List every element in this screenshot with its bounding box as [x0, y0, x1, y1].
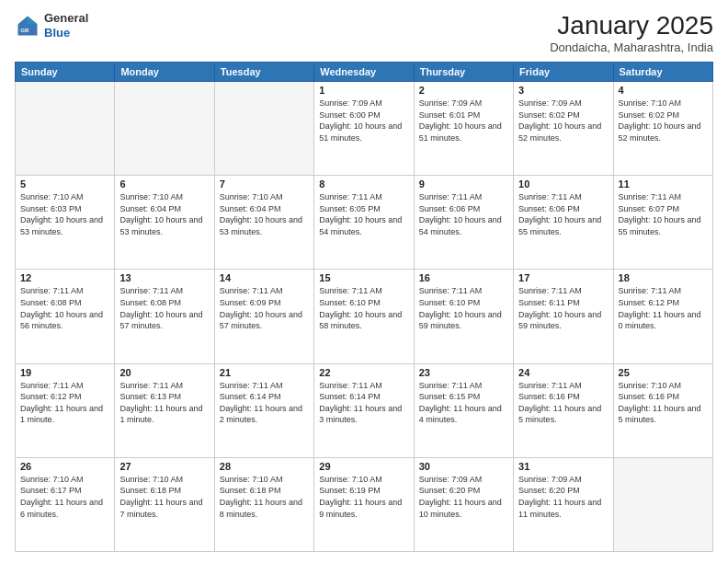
- calendar-day-cell: [16, 82, 115, 176]
- calendar-day-cell: 26Sunrise: 7:10 AMSunset: 6:17 PMDayligh…: [16, 457, 115, 551]
- calendar-day-cell: 20Sunrise: 7:11 AMSunset: 6:13 PMDayligh…: [115, 363, 214, 457]
- calendar-day-cell: 5Sunrise: 7:10 AMSunset: 6:03 PMDaylight…: [16, 176, 115, 270]
- calendar-day-cell: 23Sunrise: 7:11 AMSunset: 6:15 PMDayligh…: [414, 363, 513, 457]
- calendar-day-cell: 16Sunrise: 7:11 AMSunset: 6:10 PMDayligh…: [414, 270, 513, 363]
- weekday-header-row: SundayMondayTuesdayWednesdayThursdayFrid…: [16, 63, 713, 82]
- logo-text: General Blue: [44, 11, 88, 40]
- day-info: Sunrise: 7:11 AMSunset: 6:05 PMDaylight:…: [319, 191, 408, 237]
- logo-icon: GB: [15, 13, 40, 39]
- calendar-day-cell: [613, 457, 712, 551]
- day-number: 5: [20, 178, 109, 190]
- calendar-day-cell: 31Sunrise: 7:09 AMSunset: 6:20 PMDayligh…: [514, 457, 613, 551]
- calendar-day-cell: 1Sunrise: 7:09 AMSunset: 6:00 PMDaylight…: [314, 82, 414, 176]
- day-info: Sunrise: 7:11 AMSunset: 6:06 PMDaylight:…: [518, 191, 608, 237]
- svg-text:GB: GB: [20, 27, 29, 33]
- day-info: Sunrise: 7:09 AMSunset: 6:02 PMDaylight:…: [518, 98, 608, 144]
- day-number: 28: [220, 461, 309, 472]
- day-number: 26: [20, 461, 109, 472]
- day-info: Sunrise: 7:09 AMSunset: 6:20 PMDaylight:…: [518, 474, 608, 520]
- calendar-day-cell: 30Sunrise: 7:09 AMSunset: 6:20 PMDayligh…: [414, 457, 513, 551]
- calendar-week-row: 19Sunrise: 7:11 AMSunset: 6:12 PMDayligh…: [16, 363, 713, 457]
- day-number: 24: [518, 367, 608, 378]
- day-info: Sunrise: 7:11 AMSunset: 6:14 PMDaylight:…: [220, 380, 309, 426]
- calendar-week-row: 26Sunrise: 7:10 AMSunset: 6:17 PMDayligh…: [16, 457, 713, 551]
- calendar-day-cell: 17Sunrise: 7:11 AMSunset: 6:11 PMDayligh…: [514, 270, 613, 363]
- calendar-day-cell: 9Sunrise: 7:11 AMSunset: 6:06 PMDaylight…: [414, 176, 513, 270]
- calendar-week-row: 5Sunrise: 7:10 AMSunset: 6:03 PMDaylight…: [16, 176, 713, 270]
- day-info: Sunrise: 7:11 AMSunset: 6:10 PMDaylight:…: [319, 285, 408, 331]
- day-info: Sunrise: 7:11 AMSunset: 6:08 PMDaylight:…: [119, 285, 209, 331]
- day-info: Sunrise: 7:09 AMSunset: 6:20 PMDaylight:…: [419, 474, 508, 520]
- day-number: 3: [518, 85, 608, 96]
- calendar-day-cell: 13Sunrise: 7:11 AMSunset: 6:08 PMDayligh…: [115, 270, 214, 363]
- day-number: 23: [419, 367, 508, 378]
- header: GB General Blue January 2025 Dondaicha, …: [15, 11, 713, 54]
- day-number: 2: [419, 85, 508, 96]
- day-info: Sunrise: 7:10 AMSunset: 6:19 PMDaylight:…: [319, 474, 408, 520]
- weekday-header-cell: Tuesday: [214, 63, 313, 82]
- calendar-day-cell: [214, 82, 313, 176]
- month-title: January 2025: [550, 11, 713, 40]
- calendar-day-cell: 18Sunrise: 7:11 AMSunset: 6:12 PMDayligh…: [613, 270, 712, 363]
- day-info: Sunrise: 7:11 AMSunset: 6:16 PMDaylight:…: [518, 380, 608, 426]
- day-number: 20: [119, 367, 209, 378]
- calendar-day-cell: 21Sunrise: 7:11 AMSunset: 6:14 PMDayligh…: [214, 363, 313, 457]
- day-info: Sunrise: 7:11 AMSunset: 6:06 PMDaylight:…: [419, 191, 508, 237]
- calendar-day-cell: 4Sunrise: 7:10 AMSunset: 6:02 PMDaylight…: [613, 82, 712, 176]
- day-number: 6: [119, 178, 209, 190]
- calendar-day-cell: [115, 82, 214, 176]
- calendar-day-cell: 8Sunrise: 7:11 AMSunset: 6:05 PMDaylight…: [314, 176, 414, 270]
- day-info: Sunrise: 7:11 AMSunset: 6:07 PMDaylight:…: [619, 191, 708, 237]
- day-info: Sunrise: 7:11 AMSunset: 6:10 PMDaylight:…: [419, 285, 508, 331]
- calendar-day-cell: 2Sunrise: 7:09 AMSunset: 6:01 PMDaylight…: [414, 82, 513, 176]
- logo-general: General: [44, 11, 88, 26]
- calendar-body: 1Sunrise: 7:09 AMSunset: 6:00 PMDaylight…: [16, 82, 713, 552]
- weekday-header-cell: Saturday: [613, 63, 712, 82]
- day-number: 30: [419, 461, 508, 472]
- day-number: 16: [419, 272, 508, 283]
- weekday-header-cell: Monday: [115, 63, 214, 82]
- calendar-day-cell: 24Sunrise: 7:11 AMSunset: 6:16 PMDayligh…: [514, 363, 613, 457]
- day-number: 22: [319, 367, 408, 378]
- calendar-day-cell: 29Sunrise: 7:10 AMSunset: 6:19 PMDayligh…: [314, 457, 414, 551]
- logo-blue: Blue: [44, 26, 88, 40]
- day-info: Sunrise: 7:11 AMSunset: 6:12 PMDaylight:…: [20, 380, 109, 426]
- calendar-table: SundayMondayTuesdayWednesdayThursdayFrid…: [15, 62, 713, 552]
- day-number: 1: [319, 85, 408, 96]
- day-number: 31: [518, 461, 608, 472]
- day-info: Sunrise: 7:11 AMSunset: 6:11 PMDaylight:…: [518, 285, 608, 331]
- day-info: Sunrise: 7:10 AMSunset: 6:17 PMDaylight:…: [20, 474, 109, 520]
- day-number: 7: [220, 178, 309, 190]
- calendar-week-row: 12Sunrise: 7:11 AMSunset: 6:08 PMDayligh…: [16, 270, 713, 363]
- day-info: Sunrise: 7:10 AMSunset: 6:18 PMDaylight:…: [119, 474, 209, 520]
- calendar-day-cell: 7Sunrise: 7:10 AMSunset: 6:04 PMDaylight…: [214, 176, 313, 270]
- calendar-day-cell: 14Sunrise: 7:11 AMSunset: 6:09 PMDayligh…: [214, 270, 313, 363]
- location: Dondaicha, Maharashtra, India: [550, 40, 713, 54]
- day-number: 29: [319, 461, 408, 472]
- day-info: Sunrise: 7:10 AMSunset: 6:16 PMDaylight:…: [619, 380, 708, 426]
- calendar-day-cell: 28Sunrise: 7:10 AMSunset: 6:18 PMDayligh…: [214, 457, 313, 551]
- weekday-header-cell: Thursday: [414, 63, 513, 82]
- day-info: Sunrise: 7:09 AMSunset: 6:00 PMDaylight:…: [319, 98, 408, 144]
- day-number: 8: [319, 178, 408, 190]
- day-number: 21: [220, 367, 309, 378]
- day-number: 13: [119, 272, 209, 283]
- day-info: Sunrise: 7:10 AMSunset: 6:02 PMDaylight:…: [619, 98, 708, 144]
- day-number: 12: [20, 272, 109, 283]
- day-number: 25: [619, 367, 708, 378]
- day-number: 9: [419, 178, 508, 190]
- calendar-day-cell: 3Sunrise: 7:09 AMSunset: 6:02 PMDaylight…: [514, 82, 613, 176]
- day-info: Sunrise: 7:09 AMSunset: 6:01 PMDaylight:…: [419, 98, 508, 144]
- day-number: 19: [20, 367, 109, 378]
- day-info: Sunrise: 7:10 AMSunset: 6:03 PMDaylight:…: [20, 191, 109, 237]
- calendar-day-cell: 19Sunrise: 7:11 AMSunset: 6:12 PMDayligh…: [16, 363, 115, 457]
- day-number: 4: [619, 85, 708, 96]
- title-block: January 2025 Dondaicha, Maharashtra, Ind…: [550, 11, 713, 54]
- calendar-day-cell: 11Sunrise: 7:11 AMSunset: 6:07 PMDayligh…: [613, 176, 712, 270]
- day-number: 18: [619, 272, 708, 283]
- day-number: 15: [319, 272, 408, 283]
- calendar-day-cell: 15Sunrise: 7:11 AMSunset: 6:10 PMDayligh…: [314, 270, 414, 363]
- weekday-header-cell: Sunday: [16, 63, 115, 82]
- day-info: Sunrise: 7:11 AMSunset: 6:12 PMDaylight:…: [619, 285, 708, 331]
- svg-marker-1: [28, 16, 38, 24]
